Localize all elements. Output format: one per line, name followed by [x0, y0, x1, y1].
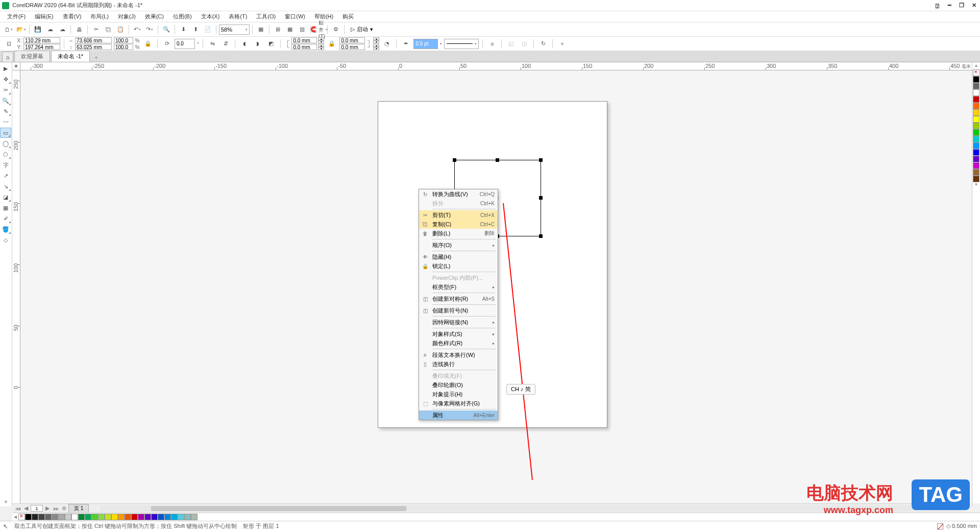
ctx-因特网链接N[interactable]: 因特网链接(N)▸: [419, 318, 498, 327]
outline-tool[interactable]: ◇: [0, 235, 11, 245]
menu-o[interactable]: 工具(O): [252, 12, 280, 21]
menu-v[interactable]: 查看(V): [59, 12, 86, 21]
fill-tool[interactable]: 🪣: [0, 224, 11, 234]
ctx-复制C[interactable]: ⿻复制(C)Ctrl+C: [419, 220, 498, 229]
text-tool[interactable]: 字: [0, 160, 11, 170]
export-button[interactable]: ⬆: [190, 24, 201, 35]
relative-corner-icon[interactable]: ◔: [381, 38, 393, 50]
maximize-icon[interactable]: ❐: [958, 2, 966, 10]
menu-e[interactable]: 编辑(E): [31, 12, 58, 21]
swatch[interactable]: [85, 514, 91, 520]
parallel-dim-tool[interactable]: ↗: [0, 171, 11, 181]
menu-x[interactable]: 文本(X): [197, 12, 224, 21]
menu-b[interactable]: 位图(B): [169, 12, 196, 21]
handle-se[interactable]: [539, 234, 543, 238]
colorbar-none[interactable]: [973, 69, 979, 76]
front-of-layer-icon[interactable]: ◱: [505, 38, 517, 50]
colorbar-swatch[interactable]: [973, 149, 979, 156]
new-button[interactable]: 🗋: [3, 24, 14, 35]
colorbar-down[interactable]: ▼: [974, 182, 978, 188]
cloud-down-icon[interactable]: ☁: [57, 24, 68, 35]
launch-button[interactable]: ▷ 启动 ▾: [347, 25, 377, 35]
swatch[interactable]: [98, 514, 105, 520]
corner-round-icon[interactable]: ◖: [239, 38, 250, 50]
swatch[interactable]: [191, 514, 198, 520]
colorbar-swatch[interactable]: [973, 83, 979, 89]
corner-bl-input[interactable]: [291, 44, 317, 50]
publish-button[interactable]: 📄: [202, 24, 213, 35]
colorbar-swatch[interactable]: [973, 89, 979, 96]
corner-br-input[interactable]: [339, 44, 365, 50]
swatch[interactable]: [38, 514, 45, 520]
ctx-对象提示H[interactable]: 对象提示(H): [419, 390, 498, 399]
swatch[interactable]: [151, 514, 158, 520]
back-of-layer-icon[interactable]: ◲: [519, 38, 530, 50]
import-button[interactable]: ⬇: [178, 24, 189, 35]
swatch[interactable]: [164, 514, 171, 520]
handle-e[interactable]: [539, 196, 543, 200]
colorbar-swatch[interactable]: [973, 176, 979, 182]
rulers-icon[interactable]: ⊞: [272, 24, 283, 35]
x-input[interactable]: [23, 37, 60, 43]
ctx-剪切T[interactable]: ✂剪切(T)Ctrl+X: [419, 210, 498, 220]
swatch[interactable]: [131, 514, 138, 520]
palette-prev[interactable]: ◀: [12, 515, 18, 519]
handle-ne[interactable]: [539, 158, 543, 162]
swatch[interactable]: [138, 514, 144, 520]
add-tab-button[interactable]: ＋: [91, 53, 101, 62]
corner-lock-icon[interactable]: 🔒: [326, 38, 337, 50]
ellipse-tool[interactable]: ◯: [0, 138, 11, 149]
quick-customize-toolbox[interactable]: ＋: [0, 496, 11, 506]
wrap-text-icon[interactable]: ≡: [486, 38, 498, 50]
colorbar-swatch[interactable]: [973, 96, 979, 103]
transparency-tool[interactable]: ▦: [0, 203, 11, 213]
colorbar-swatch[interactable]: [973, 116, 979, 123]
options-icon[interactable]: ⚙: [330, 24, 341, 35]
handle-nw[interactable]: [453, 158, 456, 162]
ctx-删除L[interactable]: 🗑删除(L)删除: [419, 229, 498, 238]
corner-scallop-icon[interactable]: ◗: [252, 38, 263, 50]
swatch[interactable]: [91, 514, 98, 520]
search-icon[interactable]: 🔍: [161, 24, 172, 35]
width-input[interactable]: [75, 37, 112, 43]
cloud-up-icon[interactable]: ☁: [44, 24, 56, 35]
menu-[interactable]: 购买: [338, 12, 358, 21]
ctx-创建新符号N[interactable]: ◫创建新符号(N): [419, 306, 498, 315]
colorbar-swatch[interactable]: [973, 103, 979, 109]
swatch[interactable]: [32, 514, 38, 520]
angle-input[interactable]: [175, 39, 195, 49]
colorbar-swatch[interactable]: [973, 123, 979, 129]
colorbar-swatch[interactable]: [973, 169, 979, 176]
help-icon[interactable]: ⍰: [933, 2, 941, 10]
swatch[interactable]: [158, 514, 164, 520]
redo-button[interactable]: ↷: [144, 24, 155, 35]
swatch[interactable]: [78, 514, 85, 520]
colorbar-up[interactable]: ▲: [974, 63, 978, 69]
ctx-创建新对称R[interactable]: ◫创建新对称(R)Alt+S: [419, 294, 498, 303]
swatch[interactable]: [58, 514, 65, 520]
outline-width-input[interactable]: [413, 39, 438, 49]
cut-button[interactable]: ✂: [90, 24, 102, 35]
ruler-origin[interactable]: ⊕: [12, 62, 20, 70]
scale-x-input[interactable]: [114, 37, 133, 43]
swatch[interactable]: [25, 514, 32, 520]
ctx-锁定L[interactable]: 🔒锁定(L): [419, 261, 498, 271]
page-next[interactable]: ▶: [44, 505, 51, 512]
swatch[interactable]: [118, 514, 125, 520]
ctx-叠印轮廓O[interactable]: 叠印轮廓(O): [419, 380, 498, 390]
page-number-input[interactable]: [31, 505, 43, 512]
colorbar-swatch[interactable]: [973, 129, 979, 136]
swatch[interactable]: [105, 514, 111, 520]
ruler-horizontal[interactable]: 毫米 -300-250-200-150-100-5005010015020025…: [20, 62, 972, 70]
guides-icon[interactable]: ▥: [297, 24, 308, 35]
print-button[interactable]: 🖶: [74, 24, 85, 35]
menu-c[interactable]: 效果(C): [141, 12, 168, 21]
corner-tl-input[interactable]: [291, 37, 317, 43]
shape-tool[interactable]: ✥: [0, 74, 11, 84]
menu-w[interactable]: 窗口(W): [281, 12, 309, 21]
crop-tool[interactable]: ✂: [0, 85, 11, 95]
swatch[interactable]: [111, 514, 118, 520]
ctx-转换为曲线V[interactable]: ↻转换为曲线(V)Ctrl+Q: [419, 189, 498, 199]
paste-button[interactable]: 📋: [115, 24, 126, 35]
tab-document[interactable]: 未命名 -1*: [51, 51, 90, 62]
